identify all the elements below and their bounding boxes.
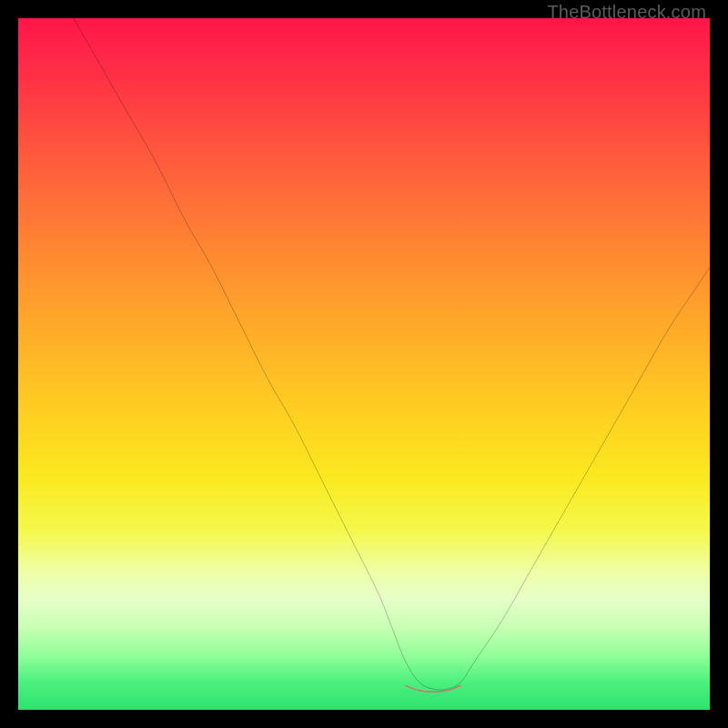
chart-frame: TheBottleneck.com bbox=[0, 0, 728, 728]
gradient-background bbox=[18, 18, 710, 710]
plot-area bbox=[18, 18, 710, 710]
